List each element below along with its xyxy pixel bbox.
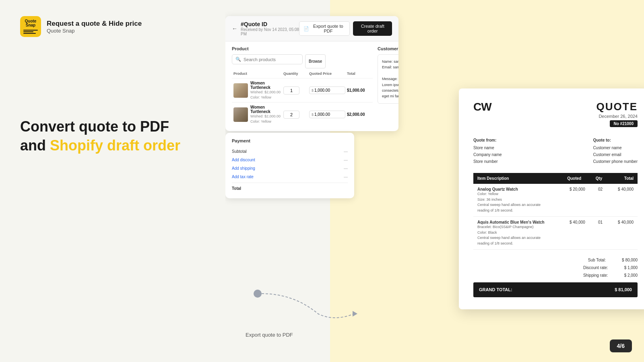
pdf-item-2-name: Aquis Automatic Blue Men's Watch	[477, 220, 559, 224]
price-box-2: $ 1,000.00	[309, 111, 345, 118]
pdf-discount-label: Discount rate:	[583, 264, 608, 272]
pdf-col-quoted: Quoted	[563, 173, 591, 184]
pdf-to-block: Quote to: Customer name Customer email C…	[593, 137, 638, 165]
left-panel: Quote Snap Request a quote & Hide price …	[0, 0, 225, 362]
card-body: Product 🔍 Browse Product Quantity Quoted…	[225, 41, 398, 131]
svg-point-0	[254, 290, 262, 298]
table-row: Women Turtleneck Wished: $2,000.00 Color…	[232, 102, 373, 126]
payment-shipping-row: Add shipping —	[232, 164, 348, 173]
payment-subtotal-row: Subtotal —	[232, 147, 348, 156]
pdf-shipping-row: Shipping rate: $ 2,000	[473, 272, 638, 279]
pdf-table-row: Aquis Automatic Blue Men's Watch Bracele…	[473, 217, 638, 250]
create-draft-button[interactable]: Create draft order	[353, 21, 392, 36]
back-arrow-icon[interactable]: ←	[232, 25, 237, 32]
pdf-col-qty: Qty	[592, 173, 609, 184]
search-bar[interactable]: 🔍	[232, 54, 303, 64]
product-name-2: Women Turtleneck	[250, 105, 282, 114]
quote-date: Received by Nov 14 2023, 05:08 PM	[241, 27, 299, 36]
page-counter: 4/6	[610, 339, 632, 352]
pdf-quote-right: QUOTE December 26, 2024 No #21000	[597, 101, 638, 127]
pdf-subtotal-label: Sub Total:	[588, 256, 606, 264]
quantity-input-1[interactable]	[283, 86, 299, 95]
card-header: ← #Quote ID Received by Nov 14 2023, 05:…	[225, 16, 398, 41]
dollar-sign-2: $	[312, 113, 314, 117]
tax-value: —	[344, 175, 348, 179]
export-area-label: Export quote to PDF	[246, 332, 293, 338]
customer-message: Lorem ipsum dolor sit amet consectetur. …	[382, 82, 398, 99]
product-section-label: Product	[232, 46, 373, 51]
pdf-grand-total-label: GRAND TOTAL:	[479, 286, 512, 294]
search-input[interactable]	[244, 57, 299, 62]
right-panel: ← #Quote ID Received by Nov 14 2023, 05:…	[225, 0, 644, 362]
customer-section: Customer Name: sample name Email: sample…	[378, 46, 398, 126]
export-btn-label: Export quote to PDF	[311, 24, 345, 33]
pdf-logo: CW	[473, 101, 491, 113]
heading-and: and	[20, 137, 50, 154]
pdf-grand-total-value: $ 81,000	[615, 286, 632, 294]
discount-value: —	[344, 158, 348, 162]
search-row: 🔍 Browse	[232, 54, 373, 68]
pdf-grand-total-row: GRAND TOTAL: $ 81,000	[473, 282, 638, 297]
price-value-1: 1,000.00	[314, 88, 330, 93]
export-arrow-svg	[254, 290, 366, 330]
subtotal-label: Subtotal	[232, 149, 247, 154]
pdf-item-2-meta: Bracelet: Bico(SS&IP Champagne)Color: Bl…	[477, 224, 559, 246]
customer-message-label: Message:	[382, 76, 398, 82]
payment-label: Payment	[232, 138, 348, 143]
pdf-item-1-qty: 02	[592, 184, 609, 217]
export-pdf-button[interactable]: 📄 Export quote to PDF	[299, 21, 350, 36]
price-box-1: $ 1,000.00	[309, 86, 345, 94]
card-header-right: 📄 Export quote to PDF Create draft order	[299, 21, 392, 36]
card-header-left: ← #Quote ID Received by Nov 14 2023, 05:…	[232, 21, 299, 36]
pdf-from-number: Store number	[473, 158, 502, 165]
pdf-from-block: Quote from: Store name Company name Stor…	[473, 137, 502, 165]
total-value-1: $1,000.00	[347, 88, 371, 93]
browse-button[interactable]: Browse	[305, 54, 326, 68]
payment-card: Payment Subtotal — Add discount — Add sh…	[225, 133, 354, 198]
pdf-shipping-label: Shipping rate:	[583, 272, 608, 279]
pdf-to-email: Customer email	[593, 151, 638, 158]
price-value-2: 1,000.00	[314, 112, 330, 117]
col-quantity: Quantity	[283, 72, 308, 76]
customer-section-label: Customer	[378, 46, 398, 51]
pdf-item-1-meta: Color: YellowSize: 36 inchesCentral swee…	[477, 191, 559, 213]
product-image-1	[233, 83, 248, 98]
pdf-quote-card: CW QUOTE December 26, 2024 No #21000 Quo…	[459, 88, 644, 309]
quote-id-title: #Quote ID	[241, 21, 299, 27]
customer-box: Name: sample name Email: sample email Me…	[378, 54, 398, 104]
table-row: Women Turtleneck Wished: $2,000.00 Color…	[232, 78, 373, 102]
pdf-from-label: Quote from:	[473, 137, 502, 144]
pdf-to-label: Quote to:	[593, 137, 638, 144]
pdf-subtotal-value: $ 80,000	[622, 256, 638, 264]
pdf-discount-row: Discount rate: $ 1,000	[473, 264, 638, 272]
file-icon: 📄	[303, 26, 309, 31]
pdf-from-company: Company name	[473, 151, 502, 158]
product-color-1: Color: Yellow	[250, 95, 282, 100]
quote-admin-card: ← #Quote ID Received by Nov 14 2023, 05:…	[225, 16, 398, 131]
product-section: Product 🔍 Browse Product Quantity Quoted…	[232, 46, 373, 126]
product-color-2: Color: Yellow	[250, 119, 282, 124]
pdf-col-total: Total	[609, 173, 638, 184]
pdf-item-1-total: $ 40,000	[609, 184, 638, 217]
add-tax-link[interactable]: Add tax rate	[232, 175, 254, 179]
col-product: Product	[233, 72, 282, 76]
add-shipping-link[interactable]: Add shipping	[232, 166, 255, 171]
col-total: Total	[347, 72, 371, 76]
main-heading: Convert quote to PDF and Shopify draft o…	[20, 117, 205, 155]
heading-line1: Convert quote to PDF	[20, 117, 205, 136]
pdf-discount-value: $ 1,000	[624, 264, 638, 272]
total-value-2: $2,000.00	[347, 112, 371, 117]
shipping-value: —	[344, 166, 348, 171]
product-table-header: Product Quantity Quoted Price Total	[232, 72, 373, 76]
brand-title: Request a quote & Hide price	[47, 20, 142, 28]
pdf-shipping-value: $ 2,000	[624, 272, 638, 279]
add-discount-link[interactable]: Add discount	[232, 158, 255, 162]
quantity-input-2[interactable]	[283, 111, 299, 119]
customer-email: Email: sample email	[382, 64, 398, 70]
pdf-addresses: Quote from: Store name Company name Stor…	[473, 137, 638, 165]
logo-line-2	[23, 31, 33, 32]
pdf-from-store: Store name	[473, 144, 502, 151]
total-label: Total	[232, 186, 241, 191]
svg-marker-1	[353, 311, 357, 317]
customer-name: Name: sample name	[382, 59, 398, 64]
